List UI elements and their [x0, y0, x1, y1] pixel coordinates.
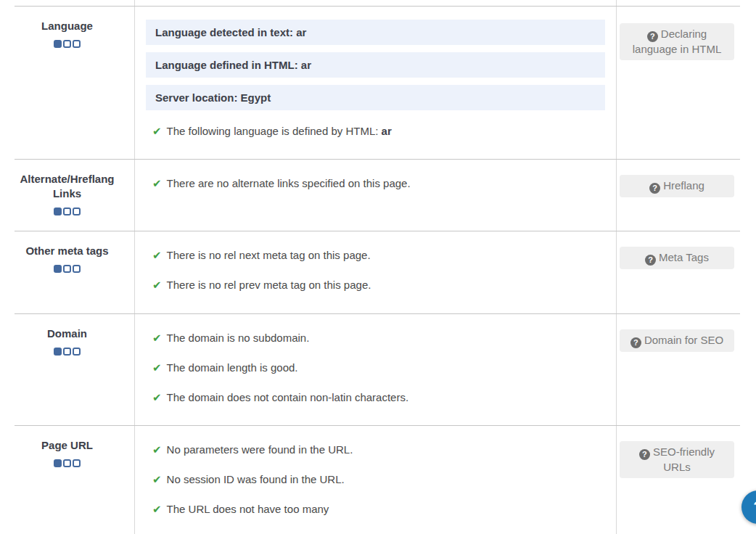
section-help-cell: ?Hreflang [616, 160, 756, 231]
question-glyph: ? [652, 181, 657, 195]
question-glyph: ? [648, 252, 653, 267]
help-button-label: SEO-friendly URLs [653, 445, 715, 473]
check-text: The domain does not contain non-latin ch… [167, 391, 409, 403]
check-text: The following language is defined by HTM… [167, 125, 382, 137]
info-row-text: Language detected in text: ar [155, 26, 306, 38]
info-row: Server location: Egypt [146, 85, 605, 110]
help-button-label: Hreflang [663, 179, 704, 192]
score-indicator [7, 40, 127, 48]
check-icon: ✔ [152, 391, 162, 403]
score-square-empty [73, 40, 81, 48]
score-square-empty [73, 459, 81, 467]
section-content: ✔There is no rel next meta tag on this p… [134, 231, 616, 313]
section-language: Language Language detected in text: ar L… [0, 7, 756, 159]
check-text: There is no rel next meta tag on this pa… [167, 249, 371, 261]
score-square-filled [54, 265, 62, 273]
section-label-cell: Alternate/Hreflang Links [0, 160, 134, 231]
score-square-filled [54, 459, 62, 467]
section-title: Alternate/Hreflang Links [7, 172, 127, 201]
check-item: ✔There is no rel prev meta tag on this p… [152, 278, 616, 292]
section-label-cell: Other meta tags [0, 231, 134, 313]
section-page-url: Page URL ✔No parameters were found in th… [0, 426, 756, 534]
section-domain: Domain ✔The domain is no subdomain. ✔The… [0, 314, 756, 425]
score-square-empty [63, 208, 71, 215]
score-square-empty [73, 348, 81, 356]
check-text: No parameters were found in the URL. [167, 443, 353, 456]
check-text: There are no alternate links specified o… [167, 177, 411, 189]
score-square-empty [63, 40, 71, 48]
section-label-cell: Domain [0, 314, 134, 425]
section-hreflang-links: Alternate/Hreflang Links ✔There are no a… [0, 160, 756, 231]
check-text: The domain is no subdomain. [167, 332, 310, 344]
check-icon: ✔ [152, 503, 162, 515]
check-item: ✔The following language is defined by HT… [152, 124, 616, 139]
check-text: The URL does not have too many [167, 503, 329, 515]
score-indicator [7, 208, 127, 215]
question-icon: ? [647, 31, 658, 42]
section-title: Domain [7, 326, 127, 341]
check-item: ✔No session ID was found in the URL. [152, 472, 616, 487]
score-indicator [7, 348, 127, 356]
section-other-meta-tags: Other meta tags ✔There is no rel next me… [0, 231, 756, 313]
check-item: ✔There are no alternate links specified … [152, 176, 616, 191]
score-indicator [7, 459, 127, 467]
check-icon: ✔ [152, 249, 162, 261]
section-content: Language detected in text: ar Language d… [134, 7, 616, 159]
check-item: ✔The domain length is good. [152, 361, 616, 375]
question-icon: ? [630, 337, 641, 348]
help-button-label: Declaring language in HTML [633, 28, 722, 55]
check-item: ✔The domain is no subdomain. [152, 331, 616, 345]
help-button-meta-tags[interactable]: ?Meta Tags [620, 247, 734, 269]
help-button-seo-friendly-urls[interactable]: ?SEO-friendly URLs [620, 441, 734, 478]
score-square-empty [63, 265, 71, 273]
check-icon: ✔ [152, 125, 162, 137]
section-help-cell: ?Meta Tags [616, 231, 756, 313]
section-content: ✔There are no alternate links specified … [134, 160, 616, 231]
check-text: The domain length is good. [167, 361, 298, 374]
help-button-label: Domain for SEO [644, 334, 723, 346]
score-square-empty [73, 265, 81, 273]
section-help-cell: ?SEO-friendly URLs [616, 426, 756, 534]
info-row: Language detected in text: ar [146, 20, 605, 45]
info-row-text: Server location: Egypt [155, 91, 271, 104]
question-glyph: ? [642, 447, 647, 461]
info-row-text: Language defined in HTML: ar [155, 59, 311, 71]
check-text: No session ID was found in the URL. [167, 473, 345, 485]
check-icon: ✔ [152, 332, 162, 344]
help-button-declaring-language-in-html[interactable]: ?Declaring language in HTML [620, 23, 734, 60]
score-square-filled [54, 208, 62, 215]
question-glyph: ? [650, 29, 655, 44]
section-help-cell: ?Declaring language in HTML [616, 7, 756, 159]
score-square-empty [63, 348, 71, 356]
check-icon: ✔ [152, 361, 162, 374]
check-icon: ✔ [152, 177, 162, 189]
check-icon: ✔ [152, 473, 162, 485]
check-text: There is no rel prev meta tag on this pa… [167, 279, 371, 291]
check-text-bold: ar [382, 125, 392, 137]
score-square-filled [54, 348, 62, 356]
question-icon: ? [639, 449, 650, 460]
section-content: ✔The domain is no subdomain. ✔The domain… [134, 314, 616, 425]
help-button-hreflang[interactable]: ?Hreflang [620, 175, 734, 197]
question-icon: ? [645, 255, 656, 266]
help-button-label: Meta Tags [659, 251, 709, 263]
question-glyph: ? [753, 498, 756, 517]
score-indicator [7, 265, 127, 273]
score-square-empty [63, 459, 71, 467]
section-title: Page URL [7, 438, 127, 453]
section-title: Other meta tags [7, 244, 127, 258]
question-glyph: ? [633, 335, 638, 350]
check-item: ✔The URL does not have too many [152, 502, 616, 517]
score-square-empty [73, 208, 81, 215]
score-square-filled [54, 40, 62, 48]
check-icon: ✔ [152, 279, 162, 291]
section-title: Language [7, 19, 127, 33]
info-row: Language defined in HTML: ar [146, 52, 605, 78]
section-content: ✔No parameters were found in the URL. ✔N… [134, 426, 616, 534]
check-item: ✔No parameters were found in the URL. [152, 443, 616, 457]
check-item: ✔There is no rel next meta tag on this p… [152, 248, 616, 263]
check-icon: ✔ [152, 443, 162, 456]
help-button-domain-for-seo[interactable]: ?Domain for SEO [620, 329, 734, 352]
check-item: ✔The domain does not contain non-latin c… [152, 390, 616, 405]
section-help-cell: ?Domain for SEO [616, 314, 756, 425]
